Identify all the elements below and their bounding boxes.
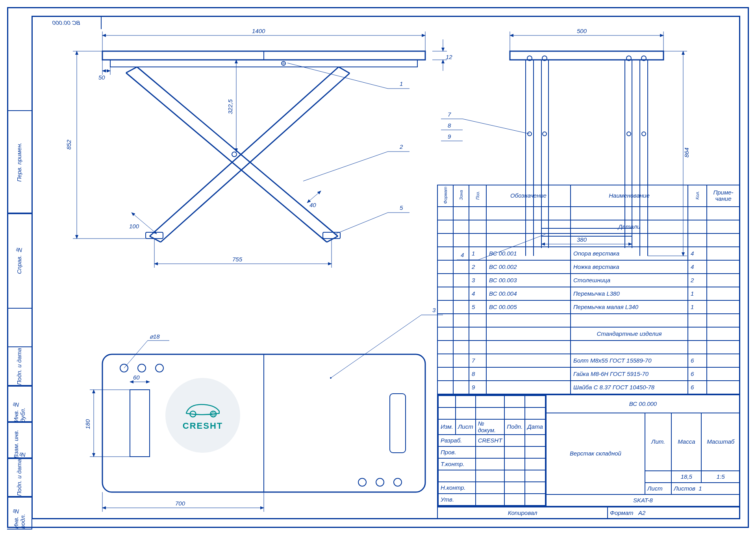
bom-section-parts: Детали (571, 220, 688, 233)
side-tab-6: Подп. и дата (7, 457, 32, 498)
mass-value: 18,5 (671, 471, 701, 483)
bom-row: 3ВС 00.003Столешница2 (437, 274, 740, 287)
drawing-code: ВС 00.000 (546, 395, 740, 413)
bom-row: 8Гайка М8-6Н ГОСТ 5915-706 (437, 367, 740, 381)
drawing-sheet: ВС 00.000 Перв. примен. Справ. № Подп. и… (0, 0, 756, 535)
bom-row: 7Болт М8х55 ГОСТ 15589-706 (437, 354, 740, 367)
side-tab-3: Подп. и дата (7, 346, 32, 387)
bom-row: 4ВС 00.004Перемычка L3801 (437, 287, 740, 300)
side-tab-5: Взам. инв. № (7, 421, 32, 459)
bom-row: 9Шайба С 8.37 ГОСТ 10450-786 (437, 381, 740, 394)
bom-row: 2ВС 00.002Ножка верстака4 (437, 260, 740, 274)
brand: SKAT-8 (546, 494, 740, 506)
title-block: Формат Зона Поз. Обозначение Наименовани… (437, 185, 740, 519)
top-code-tab: ВС 00.000 (32, 16, 102, 29)
bom-section-std: Стандартные изделия (571, 327, 688, 341)
scale-value: 1:5 (701, 471, 740, 483)
side-tab-1: Перв. примен. (7, 110, 32, 214)
drawing-title: Верстак складной (546, 413, 645, 494)
bom-table: Формат Зона Поз. Обозначение Наименовани… (437, 185, 740, 394)
side-tab-2: Справ. № (7, 213, 32, 309)
title-card: Изм.Лист№ докум.Подп.Дата Разраб.CRESHT … (437, 394, 740, 507)
bom-row: 5ВС 00.005Перемычка малая L3401 (437, 300, 740, 314)
side-tab-7: Инв. № подл. (7, 496, 32, 529)
logo: CRESHT (165, 378, 240, 453)
logo-text: CRESHT (183, 421, 223, 431)
bom-row: 1ВС 00.001Опора верстака4 (437, 247, 740, 260)
side-tab-4: Инв. № дубл. (7, 385, 32, 423)
top-code-text: ВС 00.000 (52, 20, 80, 26)
